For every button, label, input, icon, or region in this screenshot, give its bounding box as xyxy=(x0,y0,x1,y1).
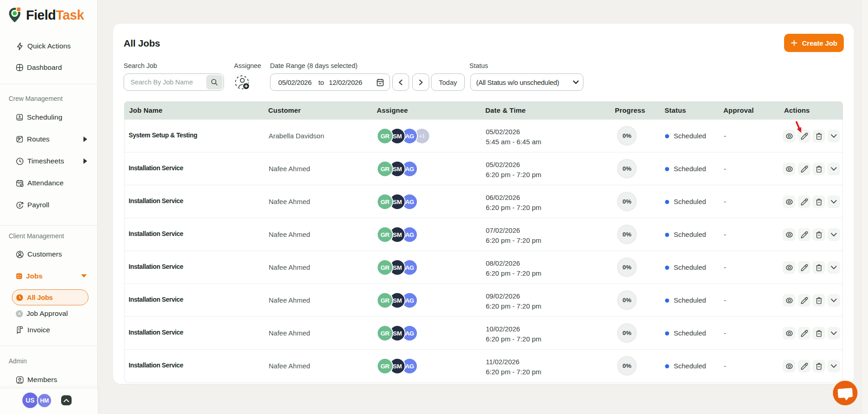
svg-text:8: 8 xyxy=(19,115,21,119)
svg-text:$: $ xyxy=(19,203,21,207)
svg-text:A: A xyxy=(18,311,21,316)
